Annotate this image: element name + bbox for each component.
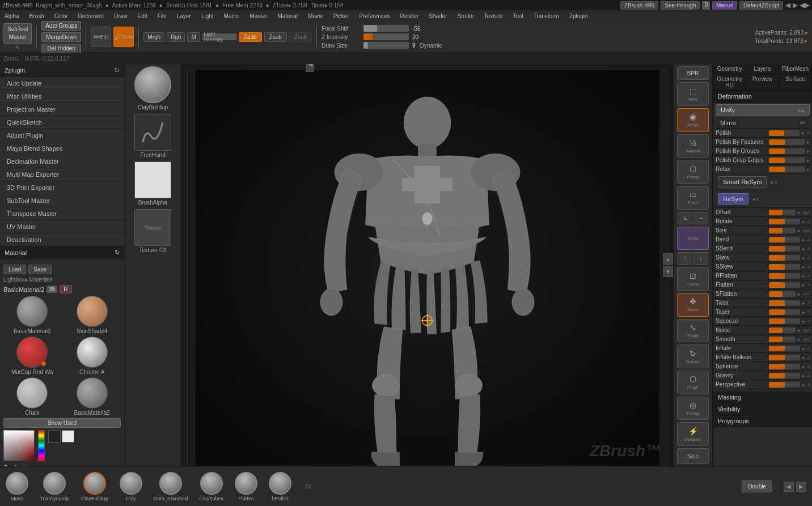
color-gradient[interactable] xyxy=(3,430,35,461)
menu-render[interactable]: Render xyxy=(398,12,421,20)
menu-transform[interactable]: Transform xyxy=(531,12,561,20)
mrgb-button[interactable]: Mrgb xyxy=(143,32,164,42)
polish-features-arrow[interactable]: ▸ xyxy=(807,139,810,145)
polygroups-header[interactable]: Polygroups xyxy=(713,415,812,427)
brush-claybuildup-active[interactable]: ClayBuildup xyxy=(81,472,108,501)
nav-up-arrow[interactable]: ▲ xyxy=(663,253,673,265)
menu-texture[interactable]: Texture xyxy=(481,12,505,20)
mat-matcap-red[interactable]: MatCap Red Wa xyxy=(3,337,61,375)
transp-button[interactable]: ◎ Transp xyxy=(677,397,709,420)
plugin-uv-master[interactable]: UV Master xyxy=(0,220,124,233)
lightbox-label[interactable]: Lightbox▸ Materials xyxy=(3,277,121,283)
tab-fibermesh[interactable]: FiberMesh xyxy=(779,64,812,74)
smooth-slider[interactable] xyxy=(769,337,796,342)
flatten-slider[interactable] xyxy=(769,282,800,288)
menu-stroke[interactable]: Stroke xyxy=(455,12,476,20)
aahalf-button[interactable]: ½ AAHalf xyxy=(677,134,709,158)
menu-movie[interactable]: Movie xyxy=(306,12,325,20)
menu-file[interactable]: File xyxy=(155,12,169,20)
mat-chalk[interactable]: Chalk xyxy=(3,377,61,416)
mat-basic-material2[interactable]: BasicMaterial2 xyxy=(3,296,61,334)
draw-button[interactable]: 🖊 Draw xyxy=(113,27,134,47)
rotate-tool-button[interactable]: ↻ Rotate xyxy=(677,345,709,368)
del-hidden-button[interactable]: Del Hidden xyxy=(41,44,81,53)
bpr-button[interactable]: BPR xyxy=(677,66,709,80)
z-intensity-slider[interactable] xyxy=(363,33,409,40)
left-panel-toggle[interactable]: ◀ xyxy=(306,64,314,72)
lsym2-button[interactable]: ↔ xyxy=(693,212,708,224)
floor-button[interactable]: ▭ Floor xyxy=(677,186,709,210)
brush-claytubes[interactable]: ClayTubes xyxy=(199,472,223,501)
relax-arrow[interactable]: ▸ xyxy=(807,167,810,172)
masking-header[interactable]: Masking xyxy=(713,392,812,403)
rgb-button[interactable]: Rgb xyxy=(167,32,185,42)
skew-slider[interactable] xyxy=(769,255,800,261)
tab-layers[interactable]: Layers xyxy=(746,64,779,74)
plugin-adjust-plugin[interactable]: Adjust Plugin xyxy=(0,129,124,142)
move-button[interactable]: ✥ Move xyxy=(677,293,709,317)
squeeze-slider[interactable] xyxy=(769,318,800,324)
quicksave-button[interactable]: ZBrush 4R6 xyxy=(620,1,658,10)
polish-arrow[interactable]: ▸ xyxy=(802,130,805,136)
edit-button[interactable]: ✏ Edit xyxy=(91,27,111,47)
menu-edit[interactable]: Edit xyxy=(136,12,150,20)
plugin-subtool-master[interactable]: SubTool Master xyxy=(0,194,124,207)
sflatten-slider[interactable] xyxy=(769,291,796,297)
tab-geometry-hd[interactable]: Geometry HD xyxy=(713,74,746,90)
zplugin-header[interactable]: Zplugin ↻ xyxy=(0,64,124,77)
plugin-3d-print-exporter[interactable]: 3D Print Exporter xyxy=(0,181,124,194)
brush-trimdynamic[interactable]: TrimDynamic xyxy=(40,472,70,501)
material-header[interactable]: Material ↻ xyxy=(0,246,124,259)
menu-layer[interactable]: Layer xyxy=(175,12,193,20)
spherize-slider[interactable] xyxy=(769,364,800,369)
sskew-slider[interactable] xyxy=(769,264,800,270)
plugin-quicksketch[interactable]: QuickSketch xyxy=(0,116,124,129)
zadd-button[interactable]: Zadd xyxy=(239,32,262,42)
brush-clay[interactable]: Clay xyxy=(120,472,142,501)
frame-button[interactable]: ⊡ Frame xyxy=(677,267,709,291)
draw-size-slider[interactable] xyxy=(363,42,409,49)
gravity-slider[interactable] xyxy=(769,373,800,379)
dynamic-tool-button[interactable]: ⚡ Dynamic xyxy=(677,422,709,446)
clay-buildup-brush[interactable]: ClayBuildup xyxy=(127,66,179,110)
sxyz-button[interactable]: SXyz xyxy=(677,227,709,250)
material-load-button[interactable]: Load xyxy=(3,265,26,274)
rflatten-slider[interactable] xyxy=(769,273,800,279)
menu-macro[interactable]: Macro xyxy=(222,12,242,20)
scale-button[interactable]: ⤡ Scale xyxy=(677,319,709,343)
subtool-master-edit[interactable]: ✎ xyxy=(15,45,20,50)
offset-slider[interactable] xyxy=(769,210,796,215)
brush-dam-standard[interactable]: Dam_Standard xyxy=(154,472,188,501)
mat-r-button[interactable]: R xyxy=(60,285,71,294)
texture-off[interactable]: Texture Texture Off xyxy=(127,209,179,253)
double-button[interactable]: Double xyxy=(742,481,772,492)
mirror-row[interactable]: Mirror ⇔ xyxy=(716,117,810,129)
lsym-button[interactable]: L xyxy=(678,212,692,224)
inflate-balloon-slider[interactable] xyxy=(769,355,800,360)
rotate-up-btn[interactable]: ↑ xyxy=(678,252,692,265)
plugin-decimation-master[interactable]: Decimation Master xyxy=(0,155,124,168)
m-button[interactable]: M xyxy=(187,32,200,42)
polish-groups-arrow[interactable]: ▸ xyxy=(807,148,810,154)
auto-groups-button[interactable]: Auto Groups xyxy=(41,21,81,31)
brush-alpha[interactable]: BrushAlpha xyxy=(127,161,179,206)
menu-brush[interactable]: Brush xyxy=(27,12,46,20)
bottom-left-arrow[interactable]: ◀ xyxy=(784,482,794,492)
zsub2-button[interactable]: Zsub xyxy=(289,32,312,42)
color-hue-bar[interactable] xyxy=(38,430,45,461)
plugin-transpose-master[interactable]: Transpose Master xyxy=(0,207,124,220)
menu-preferences[interactable]: Preferences xyxy=(357,12,392,20)
menu-draw[interactable]: Draw xyxy=(112,12,129,20)
tab-geometry[interactable]: Geometry xyxy=(713,64,746,74)
perspective-slider[interactable] xyxy=(769,382,800,388)
merge-down-button[interactable]: MergeDown xyxy=(41,32,81,42)
tab-preview[interactable]: Preview xyxy=(746,74,779,90)
rotate-down-btn[interactable]: ↓ xyxy=(693,252,708,265)
unify-button[interactable]: Unify ≡≡ xyxy=(716,104,810,116)
taper-slider[interactable] xyxy=(769,309,800,315)
default-zscript-button[interactable]: DefaultZScript xyxy=(739,1,783,10)
menu-light[interactable]: Light xyxy=(199,12,216,20)
smart-resym-button[interactable]: Smart ReSym xyxy=(718,176,767,188)
rotate-slider[interactable] xyxy=(769,219,800,224)
menu-zplugin[interactable]: Zplugin xyxy=(567,12,590,20)
